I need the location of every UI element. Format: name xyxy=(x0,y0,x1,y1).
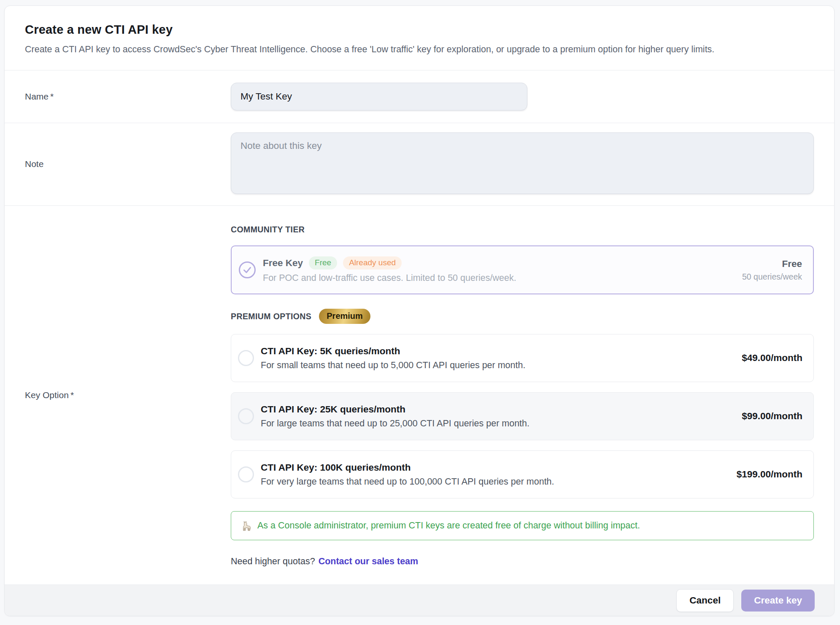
note-control xyxy=(231,132,814,196)
free-key-title: Free Key xyxy=(263,258,303,269)
name-label: Name xyxy=(25,92,49,101)
note-label: Note xyxy=(25,159,43,169)
option-5k-price: $49.00/month xyxy=(742,353,802,364)
free-key-price: Free xyxy=(742,259,802,269)
option-100k[interactable]: CTI API Key: 100K queries/month For very… xyxy=(231,450,814,498)
radio-icon xyxy=(238,466,254,482)
key-option-row: Key Option* COMMUNITY TIER Free Key Free… xyxy=(5,205,834,585)
admin-free-charge-note: As a Console administrator, premium CTI … xyxy=(231,511,814,540)
selected-check-icon xyxy=(238,261,256,279)
sales-question-text: Need higher quotas? xyxy=(231,556,315,566)
option-25k-text: CTI API Key: 25K queries/month For large… xyxy=(261,404,735,429)
dialog-footer: Cancel Create key xyxy=(5,585,834,616)
community-tier-label: COMMUNITY TIER xyxy=(231,225,814,234)
free-key-text: Free Key Free Already used For POC and l… xyxy=(263,256,735,283)
option-5k-text: CTI API Key: 5K queries/month For small … xyxy=(261,346,735,371)
premium-options-header: PREMIUM OPTIONS Premium xyxy=(231,309,814,324)
free-key-title-row: Free Key Free Already used xyxy=(263,256,735,269)
key-option-label: Key Option xyxy=(25,390,69,400)
create-cti-key-dialog: Create a new CTI API key Create a CTI AP… xyxy=(4,5,835,616)
page-subtitle: Create a CTI API key to access CrowdSec'… xyxy=(25,43,814,56)
note-textarea[interactable] xyxy=(231,132,814,194)
sales-line: Need higher quotas?Contact our sales tea… xyxy=(231,556,814,567)
option-25k-description: For large teams that need up to 25,000 C… xyxy=(261,418,735,429)
name-control xyxy=(231,83,814,110)
llama-icon xyxy=(240,520,252,532)
create-key-button[interactable]: Create key xyxy=(741,590,815,612)
option-100k-text: CTI API Key: 100K queries/month For very… xyxy=(261,462,730,487)
option-5k-description: For small teams that need up to 5,000 CT… xyxy=(261,360,735,371)
name-row: Name* xyxy=(5,70,834,123)
key-option-label-wrap: Key Option* xyxy=(25,390,231,400)
option-5k-title: CTI API Key: 5K queries/month xyxy=(261,346,735,357)
key-option-stack: COMMUNITY TIER Free Key Free Already use… xyxy=(231,206,814,585)
cancel-button[interactable]: Cancel xyxy=(676,589,734,612)
option-100k-price: $199.00/month xyxy=(737,469,802,480)
option-100k-description: For very large teams that need up to 100… xyxy=(261,477,730,487)
name-label-wrap: Name* xyxy=(25,92,231,102)
option-25k-title: CTI API Key: 25K queries/month xyxy=(261,404,735,415)
option-100k-title: CTI API Key: 100K queries/month xyxy=(261,462,730,473)
radio-icon xyxy=(238,350,254,366)
admin-note-text: As a Console administrator, premium CTI … xyxy=(257,520,640,531)
free-key-pricing: Free 50 queries/week xyxy=(742,259,802,282)
option-25k[interactable]: CTI API Key: 25K queries/month For large… xyxy=(231,392,814,440)
name-required-mark: * xyxy=(50,92,54,101)
contact-sales-link[interactable]: Contact our sales team xyxy=(319,556,419,566)
key-option-required-mark: * xyxy=(70,390,74,400)
already-used-badge: Already used xyxy=(343,256,402,269)
option-25k-price: $99.00/month xyxy=(742,411,802,422)
page-background: Create a new CTI API key Create a CTI AP… xyxy=(0,0,840,625)
radio-icon xyxy=(238,408,254,424)
option-5k[interactable]: CTI API Key: 5K queries/month For small … xyxy=(231,334,814,382)
name-input[interactable] xyxy=(231,83,527,110)
note-row: Note xyxy=(5,123,834,205)
premium-options-label: PREMIUM OPTIONS xyxy=(231,312,311,321)
free-badge: Free xyxy=(309,256,337,269)
free-key-description: For POC and low-traffic use cases. Limit… xyxy=(263,273,735,283)
dialog-header: Create a new CTI API key Create a CTI AP… xyxy=(5,6,834,70)
premium-badge: Premium xyxy=(319,309,370,324)
free-key-quota: 50 queries/week xyxy=(742,272,802,282)
option-free-key: Free Key Free Already used For POC and l… xyxy=(231,245,814,294)
page-title: Create a new CTI API key xyxy=(25,23,814,37)
note-label-wrap: Note xyxy=(25,159,231,169)
